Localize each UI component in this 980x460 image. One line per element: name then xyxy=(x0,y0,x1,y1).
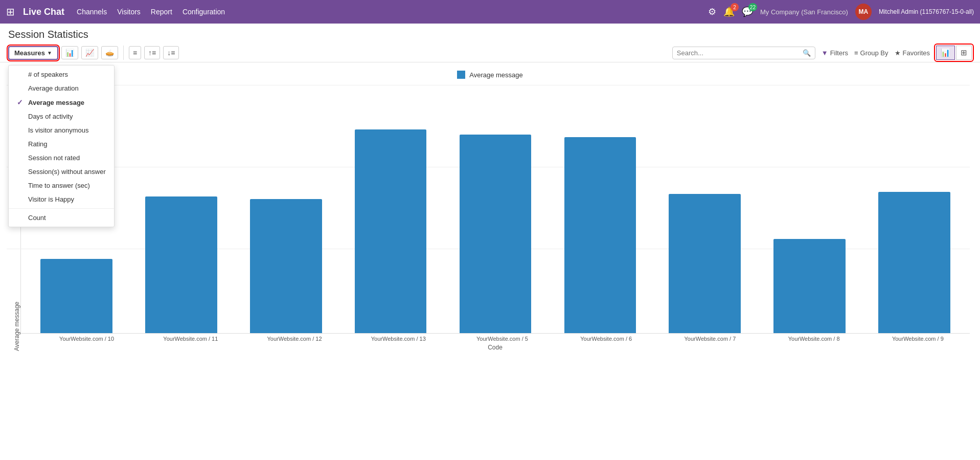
search-bar[interactable]: 🔍 xyxy=(672,47,815,59)
measure-count[interactable]: Count xyxy=(9,211,114,225)
nav-visitors[interactable]: Visitors xyxy=(117,8,141,16)
measure-sessions-no-answer[interactable]: Session(s) without answer xyxy=(9,165,114,179)
bar-group xyxy=(758,85,861,333)
app-grid-icon[interactable]: ⊞ xyxy=(6,6,15,18)
bar[interactable] xyxy=(564,137,636,333)
search-icon: 🔍 xyxy=(803,49,811,57)
bar[interactable] xyxy=(878,192,950,333)
bar[interactable] xyxy=(773,239,846,333)
measure-rating[interactable]: Rating xyxy=(9,137,114,151)
favorites-star-icon: ★ xyxy=(895,49,901,57)
list-view-icon[interactable]: ≡ xyxy=(129,46,141,59)
x-axis-title: Code xyxy=(20,344,970,351)
avatar[interactable]: MA xyxy=(855,4,872,20)
bar-view-button[interactable]: 📊 xyxy=(936,46,955,60)
measure-days-activity[interactable]: Days of activity xyxy=(9,109,114,123)
legend-label: Average message xyxy=(469,71,523,79)
x-label: YourWebsite.com / 9 xyxy=(866,334,970,342)
chart-area: Average message Average message 3 2 xyxy=(0,62,980,452)
groupby-button[interactable]: ≡ Group By xyxy=(854,49,888,57)
bar[interactable] xyxy=(40,259,112,334)
measure-speakers[interactable]: # of speakers xyxy=(9,68,114,81)
measure-time-to-answer[interactable]: Time to answer (sec) xyxy=(9,179,114,192)
nav-right: ⚙ 🔔 2 💬 22 My Company (San Francisco) MA… xyxy=(708,4,974,20)
nav-configuration[interactable]: Configuration xyxy=(183,8,225,16)
measure-session-not-rated[interactable]: Session not rated xyxy=(9,151,114,165)
notification-badge: 2 xyxy=(731,3,739,11)
x-label: YourWebsite.com / 7 xyxy=(658,334,762,342)
x-label: YourWebsite.com / 11 xyxy=(139,334,242,342)
search-input[interactable] xyxy=(677,49,800,57)
area-chart-icon[interactable]: 📈 xyxy=(81,46,98,59)
measures-arrow-icon: ▼ xyxy=(47,50,52,56)
measures-dropdown: # of speakers Average duration ✓ Average… xyxy=(8,65,115,227)
chart-grid: 3 2 1 0 xyxy=(20,85,970,334)
bar[interactable] xyxy=(145,196,217,333)
grid-view-button[interactable]: ⊞ xyxy=(956,46,972,60)
bar-group xyxy=(339,85,442,333)
x-label: YourWebsite.com / 5 xyxy=(450,334,554,342)
bar-group xyxy=(549,85,651,333)
bar-group xyxy=(235,85,337,333)
favorites-button[interactable]: ★ Favorites xyxy=(895,49,930,57)
settings-icon[interactable]: ⚙ xyxy=(708,6,716,17)
app-title: Live Chat xyxy=(23,7,64,17)
filters-button[interactable]: ▼ Filters xyxy=(822,49,848,57)
x-label: YourWebsite.com / 8 xyxy=(762,334,866,342)
measures-label: Measures xyxy=(14,49,45,57)
measure-avg-duration[interactable]: Average duration xyxy=(9,81,114,95)
bar[interactable] xyxy=(250,199,322,333)
top-navigation: ⊞ Live Chat Channels Visitors Report Con… xyxy=(0,0,980,24)
x-label: YourWebsite.com / 12 xyxy=(242,334,346,342)
x-label: YourWebsite.com / 10 xyxy=(35,334,139,342)
message-badge: 22 xyxy=(748,3,757,11)
user-name: Mitchell Admin (11576767-15-0-all) xyxy=(879,8,974,15)
toolbar-right: 🔍 ▼ Filters ≡ Group By ★ Favorites 📊 ⊞ xyxy=(672,46,972,60)
bar-chart-icon[interactable]: 📊 xyxy=(61,46,78,59)
measure-visitor-happy[interactable]: Visitor is Happy xyxy=(9,192,114,206)
view-buttons: 📊 ⊞ xyxy=(936,46,972,60)
sort-desc-icon[interactable]: ↓≡ xyxy=(163,46,179,59)
x-labels: YourWebsite.com / 10YourWebsite.com / 11… xyxy=(20,334,970,342)
filter-triangle-icon: ▼ xyxy=(822,49,828,57)
nav-links: Channels Visitors Report Configuration xyxy=(77,8,700,16)
chart-wrapper: Average message 3 2 1 xyxy=(10,85,970,351)
bar-group xyxy=(130,85,233,333)
filters-label: Filters xyxy=(830,49,848,57)
sort-asc-icon[interactable]: ↑≡ xyxy=(144,46,160,59)
bar[interactable] xyxy=(355,129,427,333)
bar[interactable] xyxy=(669,194,741,333)
menu-divider xyxy=(9,208,114,209)
main-content: Average message Average message 3 2 xyxy=(0,62,980,452)
chart-inner: 3 2 1 0 xyxy=(20,85,970,351)
separator xyxy=(123,46,124,60)
bar-group xyxy=(444,85,547,333)
toolbar: Measures ▼ 📊 📈 🥧 ≡ ↑≡ ↓≡ 🔍 ▼ Filters ≡ G… xyxy=(0,43,980,62)
x-label: YourWebsite.com / 6 xyxy=(554,334,658,342)
favorites-label: Favorites xyxy=(903,49,930,57)
nav-report[interactable]: Report xyxy=(151,8,172,16)
bar-group xyxy=(863,85,966,333)
chart-legend: Average message xyxy=(10,71,970,79)
company-name: My Company (San Francisco) xyxy=(760,8,848,16)
groupby-icon: ≡ xyxy=(854,49,858,57)
measures-button[interactable]: Measures ▼ xyxy=(8,46,58,60)
measure-avg-message[interactable]: ✓ Average message xyxy=(9,95,114,109)
messages-icon[interactable]: 💬 22 xyxy=(742,6,753,17)
bar-group xyxy=(653,85,756,333)
notifications-icon[interactable]: 🔔 2 xyxy=(723,6,735,17)
measure-visitor-anon[interactable]: Is visitor anonymous xyxy=(9,123,114,137)
groupby-label: Group By xyxy=(860,49,888,57)
legend-color-swatch xyxy=(457,71,465,79)
pie-chart-icon[interactable]: 🥧 xyxy=(101,46,118,59)
bars-container xyxy=(21,85,970,333)
x-label: YourWebsite.com / 13 xyxy=(347,334,450,342)
bar[interactable] xyxy=(460,135,532,333)
nav-channels[interactable]: Channels xyxy=(77,8,107,16)
page-title: Session Statistics xyxy=(0,24,980,43)
